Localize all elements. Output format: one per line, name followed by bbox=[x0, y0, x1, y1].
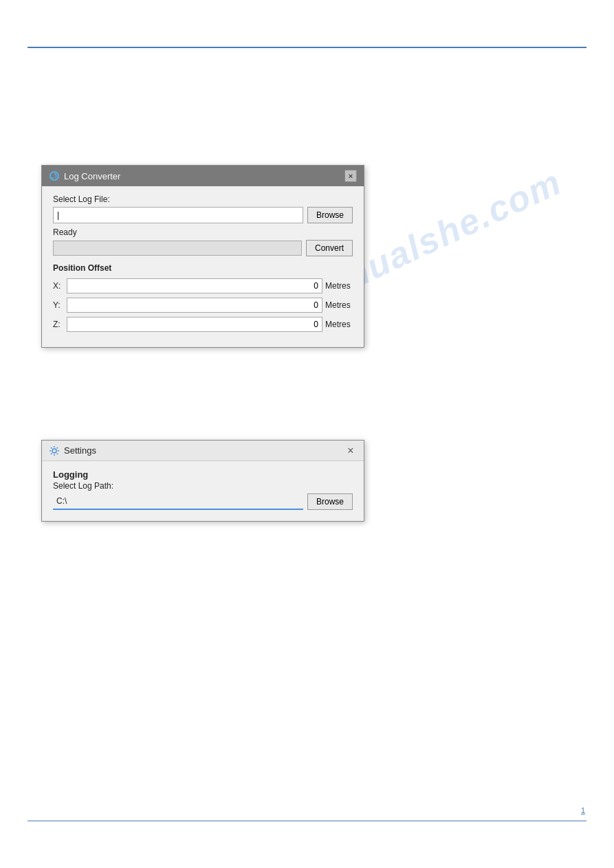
settings-browse-button[interactable]: Browse bbox=[307, 493, 353, 510]
bottom-divider bbox=[28, 821, 586, 822]
select-log-path-label: Select Log Path: bbox=[53, 481, 353, 491]
z-unit-label: Metres bbox=[325, 320, 353, 329]
y-unit-label: Metres bbox=[325, 300, 353, 310]
y-axis-label: Y: bbox=[53, 300, 64, 310]
svg-point-0 bbox=[50, 172, 58, 180]
y-offset-input[interactable] bbox=[67, 298, 322, 313]
z-offset-row: Z: Metres bbox=[53, 317, 353, 332]
svg-point-1 bbox=[52, 449, 56, 453]
log-converter-dialog: Log Converter × Select Log File: Browse … bbox=[41, 165, 364, 348]
settings-titlebar: Settings × bbox=[42, 441, 364, 461]
log-file-browse-button[interactable]: Browse bbox=[307, 207, 353, 223]
log-path-input-row: Browse bbox=[53, 493, 353, 510]
log-file-input[interactable] bbox=[53, 207, 303, 223]
log-converter-close-button[interactable]: × bbox=[344, 170, 357, 182]
x-offset-input[interactable] bbox=[67, 278, 322, 293]
log-converter-title: Log Converter bbox=[64, 171, 120, 181]
y-offset-row: Y: Metres bbox=[53, 298, 353, 313]
convert-button[interactable]: Convert bbox=[306, 240, 353, 256]
settings-dialog: Settings × Logging Select Log Path: Brow… bbox=[41, 440, 364, 522]
progress-bar bbox=[53, 241, 302, 256]
file-input-row: Browse bbox=[53, 207, 353, 223]
settings-icon bbox=[49, 445, 60, 456]
bottom-link[interactable]: 1 bbox=[581, 806, 585, 814]
select-log-file-label: Select Log File: bbox=[53, 194, 353, 204]
settings-title: Settings bbox=[64, 445, 96, 456]
z-offset-input[interactable] bbox=[67, 317, 322, 332]
status-text: Ready bbox=[53, 227, 353, 237]
x-offset-row: X: Metres bbox=[53, 278, 353, 293]
logging-section-label: Logging bbox=[53, 469, 353, 480]
log-path-input[interactable] bbox=[53, 493, 303, 510]
settings-titlebar-left: Settings bbox=[49, 445, 96, 456]
x-axis-label: X: bbox=[53, 281, 64, 291]
x-unit-label: Metres bbox=[325, 281, 353, 291]
log-converter-titlebar-left: Log Converter bbox=[49, 170, 120, 181]
settings-close-button[interactable]: × bbox=[344, 445, 357, 457]
log-converter-titlebar: Log Converter × bbox=[42, 166, 364, 186]
position-offset-label: Position Offset bbox=[53, 263, 353, 273]
refresh-icon bbox=[49, 170, 60, 181]
log-converter-body: Select Log File: Browse Ready Convert Po… bbox=[42, 186, 364, 347]
settings-body: Logging Select Log Path: Browse bbox=[42, 461, 364, 521]
top-divider bbox=[28, 47, 586, 48]
z-axis-label: Z: bbox=[53, 320, 64, 329]
progress-row: Convert bbox=[53, 240, 353, 256]
